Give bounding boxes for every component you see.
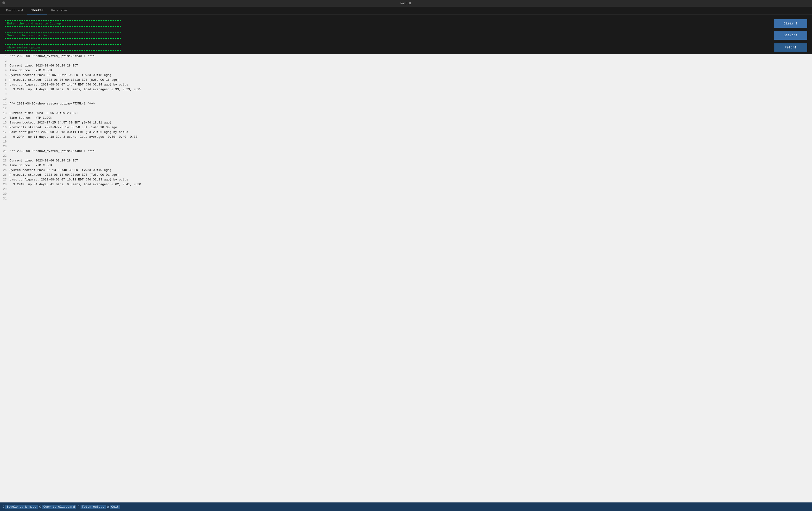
output-line: 20 xyxy=(0,145,812,149)
line-number: 4 xyxy=(0,69,9,73)
command-input-wrapper xyxy=(5,44,121,51)
output-line: 22 xyxy=(0,154,812,159)
key-label: Copy to clipboard xyxy=(42,505,76,509)
bottom-bar-item[interactable]: DToggle dark mode xyxy=(2,505,38,509)
line-content: Last configured: 2023-08-03 13:03:11 EDT… xyxy=(9,130,812,135)
output-line: 28 9:29AM up 54 days, 41 mins, 0 users, … xyxy=(0,183,812,187)
line-content xyxy=(9,187,812,192)
output-line: 21^^^ 2023-08-06/show_system_uptime/MX48… xyxy=(0,149,812,154)
line-number: 19 xyxy=(0,140,9,145)
tab-dashboard[interactable]: Dashboard xyxy=(2,7,27,14)
line-number: 14 xyxy=(0,116,9,121)
output-line: 15System booted: 2023-07-25 14:57:30 EDT… xyxy=(0,121,812,126)
output-line: 19 xyxy=(0,140,812,145)
window-dot xyxy=(2,1,5,4)
card-input-wrapper xyxy=(5,20,121,27)
command-row: Fetch! xyxy=(5,43,807,52)
main-content: Clear ! Search! Fetch! 1^^^ 2023-08-06/s… xyxy=(0,14,812,503)
line-content xyxy=(9,192,812,197)
output-area[interactable]: 1^^^ 2023-08-06/show_system_uptime/MX240… xyxy=(0,54,812,503)
line-number: 31 xyxy=(0,197,9,202)
key-shortcut: D xyxy=(2,505,4,509)
line-number: 2 xyxy=(0,59,9,64)
line-content: ^^^ 2023-08-06/show_system_uptime/MX240-… xyxy=(9,54,812,59)
line-number: 16 xyxy=(0,126,9,130)
controls-area: Clear ! Search! Fetch! xyxy=(0,14,812,54)
line-number: 28 xyxy=(0,183,9,187)
key-shortcut: F xyxy=(78,505,80,509)
line-number: 3 xyxy=(0,64,9,69)
line-content: Time Source: NTP CLOCK xyxy=(9,116,812,121)
output-line: 27Last configured: 2023-08-02 07:16:11 E… xyxy=(0,178,812,183)
output-line: 30 xyxy=(0,192,812,197)
search-button[interactable]: Search! xyxy=(774,31,807,40)
line-number: 15 xyxy=(0,121,9,126)
app-title: NetTUI xyxy=(401,2,412,5)
output-line: 12 xyxy=(0,107,812,111)
line-number: 17 xyxy=(0,130,9,135)
tab-checker[interactable]: Checker xyxy=(27,7,47,14)
bottom-bar-item[interactable]: FFetch output xyxy=(78,505,106,509)
line-number: 6 xyxy=(0,78,9,83)
bottom-bar-item[interactable]: QQuit xyxy=(107,505,120,509)
line-number: 20 xyxy=(0,145,9,149)
line-number: 1 xyxy=(0,54,9,59)
line-content xyxy=(9,197,812,202)
key-label: Quit xyxy=(110,505,120,509)
line-number: 24 xyxy=(0,163,9,168)
output-line: 23Current time: 2023-08-06 09:29:28 EDT xyxy=(0,159,812,163)
title-bar: NetTUI xyxy=(0,0,812,7)
line-content: System booted: 2023-06-06 09:11:06 EDT (… xyxy=(9,73,812,78)
line-content: Current time: 2023-08-06 09:29:28 EDT xyxy=(9,64,812,69)
fetch-button[interactable]: Fetch! xyxy=(774,43,807,52)
line-number: 11 xyxy=(0,102,9,107)
line-number: 10 xyxy=(0,97,9,102)
output-line: 26Protocols started: 2023-06-13 09:28:09… xyxy=(0,173,812,178)
key-label: Fetch output xyxy=(81,505,106,509)
line-content xyxy=(9,97,812,102)
line-content xyxy=(9,107,812,111)
command-input[interactable] xyxy=(7,46,119,50)
output-line: 10 xyxy=(0,97,812,102)
line-number: 22 xyxy=(0,154,9,159)
output-line: 2 xyxy=(0,59,812,64)
line-number: 18 xyxy=(0,135,9,140)
line-number: 29 xyxy=(0,187,9,192)
clear-button[interactable]: Clear ! xyxy=(774,19,807,28)
search-row: Search! xyxy=(5,31,807,40)
output-line: 17Last configured: 2023-08-03 13:03:11 E… xyxy=(0,130,812,135)
line-content xyxy=(9,92,812,97)
line-content: 9:29AM up 11 days, 18:32, 3 users, load … xyxy=(9,135,812,140)
search-input[interactable] xyxy=(7,34,119,37)
output-line: 8 9:29AM up 61 days, 18 mins, 0 users, l… xyxy=(0,88,812,92)
key-label: Toggle dark mode xyxy=(5,505,38,509)
line-number: 13 xyxy=(0,111,9,116)
card-name-input[interactable] xyxy=(7,22,119,25)
line-number: 5 xyxy=(0,73,9,78)
output-line: 18 9:29AM up 11 days, 18:32, 3 users, lo… xyxy=(0,135,812,140)
line-content xyxy=(9,154,812,159)
line-content: ^^^ 2023-08-06/show_system_uptime/PTX5k-… xyxy=(9,102,812,107)
line-content xyxy=(9,145,812,149)
card-lookup-row: Clear ! xyxy=(5,19,807,28)
line-content: Current time: 2023-08-06 09:29:28 EDT xyxy=(9,111,812,116)
output-line: 11^^^ 2023-08-06/show_system_uptime/PTX5… xyxy=(0,102,812,107)
output-line: 4Time Source: NTP CLOCK xyxy=(0,69,812,73)
output-line: 3Current time: 2023-08-06 09:29:28 EDT xyxy=(0,64,812,69)
line-content: Last configured: 2023-08-02 07:14:47 EDT… xyxy=(9,83,812,88)
line-number: 9 xyxy=(0,92,9,97)
line-number: 26 xyxy=(0,173,9,178)
line-content: System booted: 2023-07-25 14:57:30 EDT (… xyxy=(9,121,812,126)
window-controls xyxy=(2,1,5,5)
tab-generator[interactable]: Generator xyxy=(47,7,71,14)
line-content xyxy=(9,59,812,64)
output-line: 16Protocols started: 2023-07-25 14:58:58… xyxy=(0,126,812,130)
line-content: 9:29AM up 54 days, 41 mins, 0 users, loa… xyxy=(9,183,812,187)
line-content: Last configured: 2023-08-02 07:16:11 EDT… xyxy=(9,178,812,183)
line-number: 7 xyxy=(0,83,9,88)
line-content: Current time: 2023-08-06 09:29:28 EDT xyxy=(9,159,812,163)
bottom-bar-item[interactable]: CCopy to clipboard xyxy=(39,505,76,509)
line-number: 23 xyxy=(0,159,9,163)
line-content: ^^^ 2023-08-06/show_system_uptime/MX480-… xyxy=(9,149,812,154)
output-line: 13Current time: 2023-08-06 09:29:28 EDT xyxy=(0,111,812,116)
